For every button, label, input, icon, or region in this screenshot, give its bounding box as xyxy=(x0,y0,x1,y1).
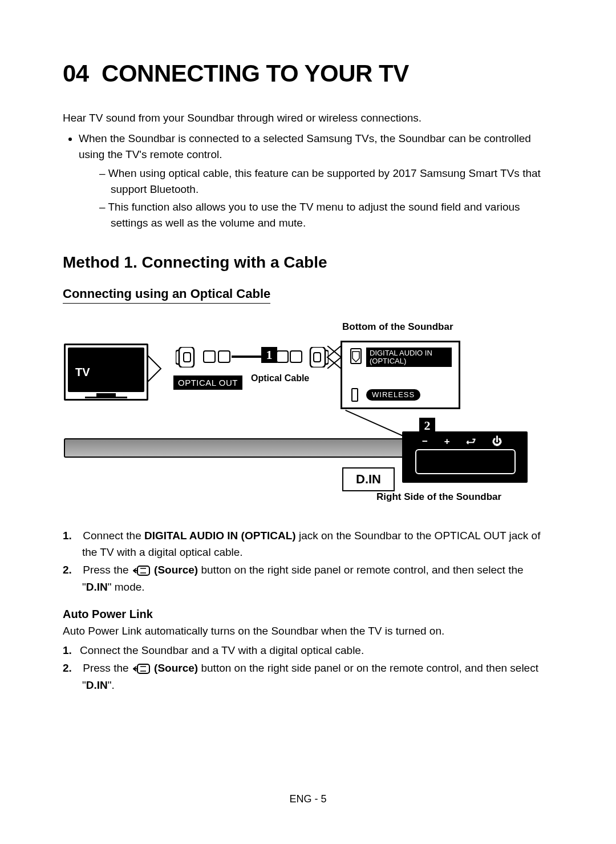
soundbar-bottom-panel: DIGITAL AUDIO IN (OPTICAL) WIRELESS xyxy=(341,341,460,409)
svg-rect-4 xyxy=(179,347,194,368)
svg-rect-1 xyxy=(96,393,116,397)
wireless-label: WIRELESS xyxy=(366,389,420,401)
source-button-icon xyxy=(133,566,150,576)
step-2: Press the (Source) button on the right s… xyxy=(82,562,553,595)
diagram-top-caption: Bottom of the Soundbar xyxy=(342,321,453,333)
apl-step-1: Connect the Soundbar and a TV with a dig… xyxy=(82,642,553,659)
step-bold: D.IN xyxy=(86,679,108,691)
din-label: D.IN xyxy=(342,467,395,491)
step-text: Connect the xyxy=(83,530,144,542)
page-number: ENG - 5 xyxy=(0,793,616,805)
optical-out-label: OPTICAL OUT xyxy=(173,375,242,390)
tv-label: TV xyxy=(75,366,90,379)
callout-number-1: 1 xyxy=(261,347,277,363)
bullet-item: When the Soundbar is connected to a sele… xyxy=(79,131,553,232)
step-text: Press the xyxy=(83,662,132,674)
svg-rect-2 xyxy=(85,397,127,398)
chapter-number: 04 xyxy=(63,60,89,87)
source-button-icon xyxy=(133,664,150,674)
step-bold: (Source) xyxy=(151,564,198,576)
chapter-title: 04 CONNECTING TO YOUR TV xyxy=(63,60,553,87)
intro-bullet-list: When the Soundbar is connected to a sele… xyxy=(63,131,553,232)
optical-cable-label: Optical Cable xyxy=(251,373,309,383)
optical-in-port-icon xyxy=(350,348,362,364)
diagram-bottom-caption: Right Side of the Soundbar xyxy=(376,491,501,503)
optical-plug-left-icon xyxy=(176,347,202,368)
dash-item: When using optical cable, this feature c… xyxy=(99,165,553,198)
optical-cable-heading: Connecting using an Optical Cable xyxy=(63,286,270,304)
step-bold: (Source) xyxy=(151,662,198,674)
apl-step-2: Press the (Source) button on the right s… xyxy=(82,660,553,693)
step-bold: DIGITAL AUDIO IN (OPTICAL) xyxy=(144,530,296,542)
step-text: " mode. xyxy=(108,581,145,593)
optical-plug-right-icon xyxy=(302,347,329,368)
soundbar-right-panel: − + ⮐ ⏻ xyxy=(402,431,528,483)
step-1: Connect the DIGITAL AUDIO IN (OPTICAL) j… xyxy=(82,527,553,561)
panel-pointer-icon xyxy=(326,346,341,369)
svg-rect-10 xyxy=(137,664,149,673)
right-panel-frame-icon xyxy=(415,449,516,474)
soundbar-illustration xyxy=(64,438,441,458)
chapter-heading: CONNECTING TO YOUR TV xyxy=(102,60,409,87)
cable-joint-icon xyxy=(203,350,216,363)
auto-power-link-steps: Connect the Soundbar and a TV with a dig… xyxy=(63,642,553,693)
cable-joint-icon xyxy=(276,350,289,363)
wireless-port-icon xyxy=(351,388,358,402)
dash-list: When using optical cable, this feature c… xyxy=(79,165,553,232)
connection-diagram: Bottom of the Soundbar TV 1 xyxy=(63,324,553,512)
cable-joint-icon xyxy=(218,350,230,363)
cable-joint-icon xyxy=(290,350,302,363)
svg-rect-9 xyxy=(137,566,149,575)
step-bold: D.IN xyxy=(86,581,108,593)
auto-power-link-heading: Auto Power Link xyxy=(63,608,553,621)
tv-pointer-icon xyxy=(147,349,176,388)
step-text: Press the xyxy=(83,564,132,576)
auto-power-link-desc: Auto Power Link automatically turns on t… xyxy=(63,623,553,640)
bullet-text: When the Soundbar is connected to a sele… xyxy=(79,132,531,161)
svg-rect-7 xyxy=(310,347,325,368)
panel-control-icons: − + ⮐ ⏻ xyxy=(422,436,509,447)
digital-audio-in-label: DIGITAL AUDIO IN (OPTICAL) xyxy=(366,348,452,368)
dash-item: This function also allows you to use the… xyxy=(99,199,553,232)
step-text: ". xyxy=(108,679,115,691)
intro-text: Hear TV sound from your Soundbar through… xyxy=(63,110,553,126)
connection-steps: Connect the DIGITAL AUDIO IN (OPTICAL) j… xyxy=(63,527,553,596)
method-1-heading: Method 1. Connecting with a Cable xyxy=(63,253,553,272)
manual-page: 04 CONNECTING TO YOUR TV Hear TV sound f… xyxy=(0,0,616,693)
